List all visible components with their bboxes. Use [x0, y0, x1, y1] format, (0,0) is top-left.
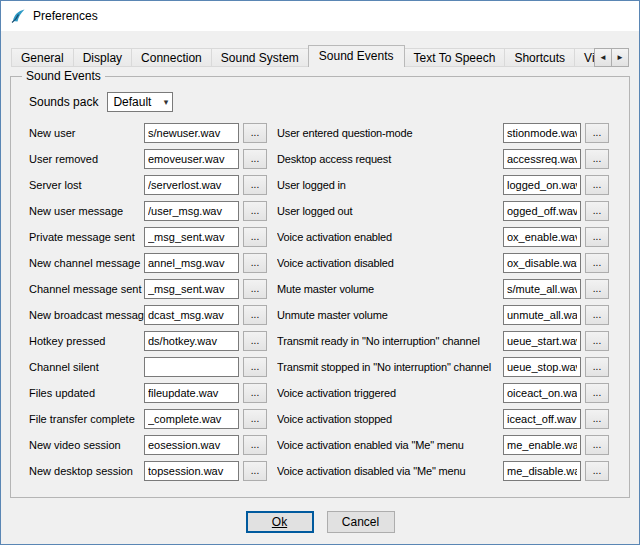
- event-columns: New user ... User removed ... Server los…: [11, 114, 629, 484]
- sound-event-row: Transmit ready in "No interruption" chan…: [277, 328, 609, 354]
- browse-button[interactable]: ...: [243, 227, 267, 247]
- tab-display[interactable]: Display: [73, 48, 132, 67]
- tab-scroll-right-button[interactable]: ►: [611, 48, 629, 67]
- sound-file-input[interactable]: [144, 383, 239, 403]
- sound-event-row: User logged out ...: [277, 198, 609, 224]
- tab-sound-system[interactable]: Sound System: [211, 48, 309, 67]
- browse-button[interactable]: ...: [585, 253, 609, 273]
- event-label: New user: [29, 127, 144, 139]
- sound-file-input[interactable]: [503, 435, 581, 455]
- event-label: New video session: [29, 439, 144, 451]
- browse-button[interactable]: ...: [243, 435, 267, 455]
- cancel-button[interactable]: Cancel: [327, 511, 395, 533]
- sound-file-input[interactable]: [144, 175, 239, 195]
- browse-button[interactable]: ...: [243, 279, 267, 299]
- tab-shortcuts[interactable]: Shortcuts: [504, 48, 575, 67]
- sounds-pack-row: Sounds pack Default ▾: [29, 92, 629, 112]
- browse-button[interactable]: ...: [585, 357, 609, 377]
- browse-button[interactable]: ...: [585, 175, 609, 195]
- sound-file-input[interactable]: [503, 331, 581, 351]
- sound-event-row: Transmit stopped in "No interruption" ch…: [277, 354, 609, 380]
- group-title: Sound Events: [22, 69, 105, 83]
- browse-button[interactable]: ...: [243, 175, 267, 195]
- sound-event-row: Voice activation disabled via "Me" menu …: [277, 458, 609, 484]
- ok-button[interactable]: Ok: [246, 511, 314, 533]
- sound-file-input[interactable]: [144, 435, 239, 455]
- browse-button[interactable]: ...: [243, 383, 267, 403]
- browse-button[interactable]: ...: [243, 409, 267, 429]
- sound-file-input[interactable]: [144, 357, 239, 377]
- sound-event-row: Hotkey pressed ...: [29, 328, 267, 354]
- sound-file-input[interactable]: [144, 305, 239, 325]
- browse-button[interactable]: ...: [243, 149, 267, 169]
- browse-button[interactable]: ...: [585, 123, 609, 143]
- sound-file-input[interactable]: [503, 305, 581, 325]
- browse-button[interactable]: ...: [243, 253, 267, 273]
- event-label: New broadcast message: [29, 309, 144, 321]
- sound-file-input[interactable]: [144, 331, 239, 351]
- sound-file-input[interactable]: [503, 279, 581, 299]
- browse-button[interactable]: ...: [585, 305, 609, 325]
- event-label: New user message: [29, 205, 144, 217]
- sound-file-input[interactable]: [144, 227, 239, 247]
- tab-bar: GeneralDisplayConnectionSound SystemSoun…: [11, 45, 629, 67]
- browse-button[interactable]: ...: [243, 331, 267, 351]
- sound-event-row: Server lost ...: [29, 172, 267, 198]
- browse-button[interactable]: ...: [243, 305, 267, 325]
- browse-button[interactable]: ...: [243, 461, 267, 481]
- tab-connection[interactable]: Connection: [131, 48, 212, 67]
- sound-file-input[interactable]: [503, 253, 581, 273]
- browse-button[interactable]: ...: [585, 383, 609, 403]
- tab-general[interactable]: General: [11, 48, 74, 67]
- browse-button[interactable]: ...: [585, 201, 609, 221]
- sound-event-row: Voice activation triggered ...: [277, 380, 609, 406]
- sound-file-input[interactable]: [503, 175, 581, 195]
- sound-file-input[interactable]: [503, 201, 581, 221]
- browse-button[interactable]: ...: [243, 357, 267, 377]
- sound-file-input[interactable]: [503, 149, 581, 169]
- event-label: Unmute master volume: [277, 309, 503, 321]
- sound-file-input[interactable]: [144, 461, 239, 481]
- sound-event-row: Files updated ...: [29, 380, 267, 406]
- sound-file-input[interactable]: [503, 357, 581, 377]
- sound-file-input[interactable]: [503, 227, 581, 247]
- sound-file-input[interactable]: [144, 201, 239, 221]
- sound-event-row: Desktop access request ...: [277, 146, 609, 172]
- browse-button[interactable]: ...: [585, 409, 609, 429]
- browse-button[interactable]: ...: [585, 227, 609, 247]
- browse-button[interactable]: ...: [243, 123, 267, 143]
- event-label: User entered question-mode: [277, 127, 503, 139]
- event-label: Channel silent: [29, 361, 144, 373]
- browse-button[interactable]: ...: [243, 201, 267, 221]
- event-label: File transfer complete: [29, 413, 144, 425]
- event-column-right: User entered question-mode ... Desktop a…: [277, 120, 609, 484]
- browse-button[interactable]: ...: [585, 149, 609, 169]
- browse-button[interactable]: ...: [585, 435, 609, 455]
- browse-button[interactable]: ...: [585, 461, 609, 481]
- sound-file-input[interactable]: [144, 123, 239, 143]
- sound-file-input[interactable]: [144, 253, 239, 273]
- sound-file-input[interactable]: [144, 279, 239, 299]
- browse-button[interactable]: ...: [585, 279, 609, 299]
- sound-event-row: User removed ...: [29, 146, 267, 172]
- sound-file-input[interactable]: [503, 409, 581, 429]
- event-label: Voice activation enabled: [277, 231, 503, 243]
- event-label: Files updated: [29, 387, 144, 399]
- event-label: Server lost: [29, 179, 144, 191]
- sounds-pack-dropdown[interactable]: Default ▾: [107, 92, 173, 112]
- sound-file-input[interactable]: [503, 383, 581, 403]
- sound-file-input[interactable]: [144, 149, 239, 169]
- sound-events-group: Sound Events Sounds pack Default ▾ New u…: [10, 76, 630, 498]
- tab-sound-events[interactable]: Sound Events: [308, 45, 405, 67]
- event-label: Voice activation stopped: [277, 413, 503, 425]
- sound-file-input[interactable]: [503, 461, 581, 481]
- event-label: Private message sent: [29, 231, 144, 243]
- browse-button[interactable]: ...: [585, 331, 609, 351]
- sound-file-input[interactable]: [503, 123, 581, 143]
- tab-text-to-speech[interactable]: Text To Speech: [404, 48, 506, 67]
- sound-event-row: Channel silent ...: [29, 354, 267, 380]
- event-label: Desktop access request: [277, 153, 503, 165]
- sound-file-input[interactable]: [144, 409, 239, 429]
- tab-scroll-left-button[interactable]: ◄: [594, 48, 612, 67]
- event-column-left: New user ... User removed ... Server los…: [29, 120, 267, 484]
